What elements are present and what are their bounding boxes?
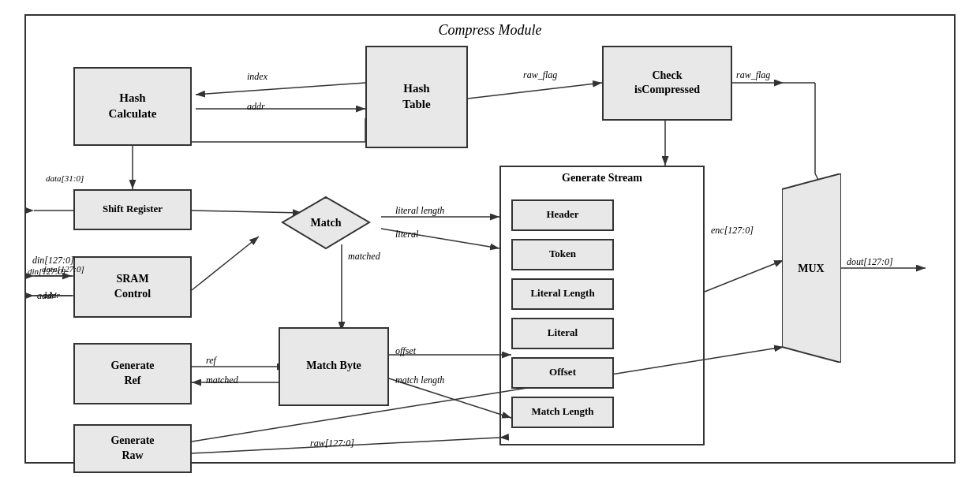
token-block: Token: [511, 239, 614, 270]
diagram-container: Compress Module: [24, 14, 956, 464]
label-data31: data[31:0]: [46, 173, 84, 183]
label-matched-bot: matched: [206, 375, 238, 386]
sram-control-block: SRAMControl: [73, 256, 192, 318]
literal-block: Literal: [511, 318, 614, 349]
label-match-length: match length: [395, 375, 444, 386]
label-enc127: enc[127:0]: [711, 225, 754, 237]
label-index: index: [247, 71, 267, 83]
svg-line-13: [192, 237, 259, 290]
module-title: Compress Module: [439, 22, 542, 39]
label-din-left: din[127:0]: [28, 266, 65, 276]
label-raw-flag-2: raw_flag: [736, 69, 770, 81]
generate-stream-title: Generate Stream: [547, 172, 657, 184]
label-raw-flag-1: raw_flag: [523, 69, 557, 81]
hash-table-block: HashTable: [365, 46, 468, 148]
hash-calculate-block: HashCalculate: [73, 67, 192, 146]
label-ref: ref: [206, 355, 216, 367]
match-byte-block: Match Byte: [279, 327, 389, 406]
generate-raw-block: GenerateRaw: [73, 424, 192, 473]
svg-line-4: [468, 83, 602, 99]
literal-length-block: Literal Length: [511, 278, 614, 310]
label-dout127: dout[127:0]: [847, 256, 893, 268]
header-block: Header: [511, 199, 614, 231]
label-offset: offset: [395, 345, 416, 357]
shift-register-block: Shift Register: [73, 189, 192, 230]
label-raw127: raw[127:0]: [310, 438, 354, 449]
label-matched-top: matched: [348, 251, 380, 263]
mux-svg: MUX: [782, 173, 841, 363]
label-addr-ht: addr: [247, 101, 265, 113]
label-literal-length: literal length: [395, 205, 444, 217]
label-din127: din[127:0]: [32, 255, 74, 266]
label-addr-left: addr: [43, 290, 60, 300]
check-compressed-block: CheckisCompressed: [602, 46, 732, 121]
svg-text:Match: Match: [311, 217, 342, 229]
label-literal: literal: [395, 229, 418, 240]
svg-line-2: [196, 83, 365, 95]
match-diamond-svg: Match: [279, 193, 373, 252]
generate-ref-block: GenerateRef: [73, 343, 192, 404]
match-length-block: Match Length: [511, 397, 614, 428]
svg-line-24: [705, 260, 784, 292]
svg-text:MUX: MUX: [798, 263, 824, 274]
offset-block: Offset: [511, 357, 614, 389]
